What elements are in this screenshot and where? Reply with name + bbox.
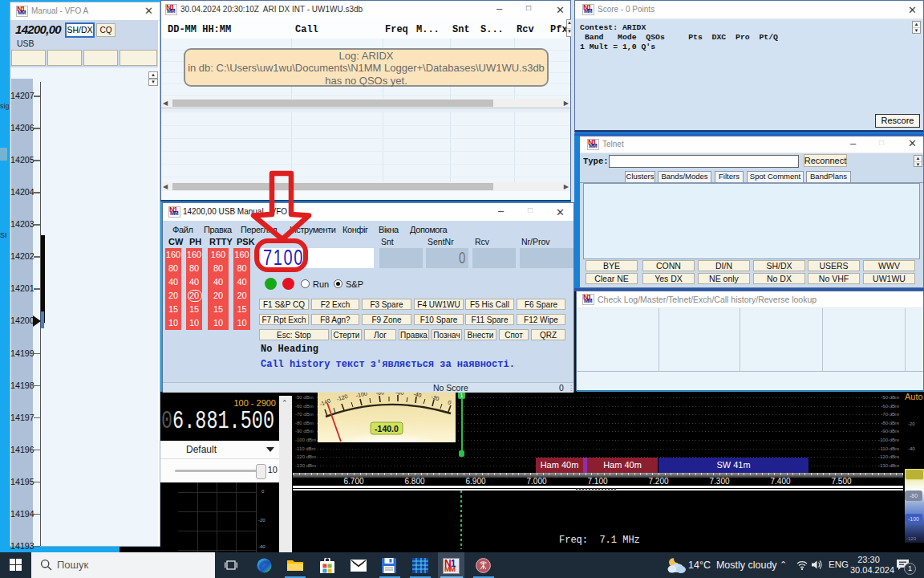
svg-text:-140.0: -140.0 xyxy=(375,424,399,434)
